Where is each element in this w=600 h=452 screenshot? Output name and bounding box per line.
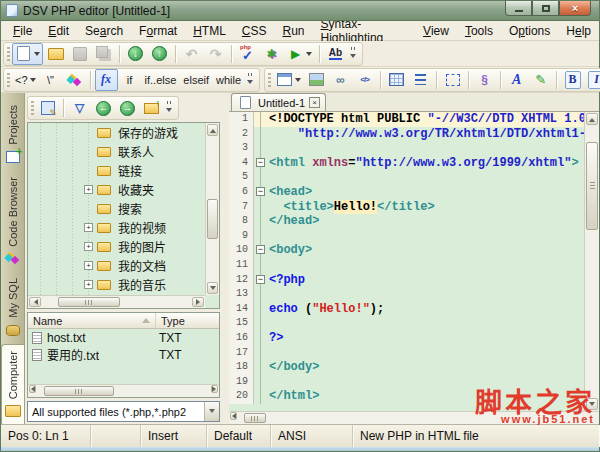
side-tab-projects[interactable]: Projects [1, 99, 24, 171]
column-header-name[interactable]: Name [28, 313, 156, 328]
tree-horizontal-scrollbar[interactable] [28, 295, 205, 308]
code-line-12[interactable]: 12−<?php [229, 273, 584, 288]
debug-button[interactable] [260, 43, 283, 65]
menu-options[interactable]: Options [501, 22, 558, 40]
code-line-7[interactable]: 7 <title>Hello!</title> [229, 200, 584, 215]
menu-help[interactable]: Help [558, 22, 599, 40]
code-line-1[interactable]: 1<!DOCTYPE html PUBLIC "-//W3C//DTD XHTM… [229, 112, 584, 127]
code-explorer-button[interactable] [63, 69, 86, 91]
snippet-elseif-button[interactable]: elseif [180, 69, 212, 91]
code-line-20[interactable]: 20</html> [229, 389, 584, 404]
tree-item-item[interactable]: 联系人 [28, 142, 205, 161]
folder-tree-viewport[interactable]: 保存的游戏联系人链接+收藏夹搜索+我的视频+我的图片+我的文档+我的音乐+下载+… [28, 123, 205, 295]
save-button[interactable] [68, 43, 91, 65]
put-to-server-button[interactable] [148, 43, 171, 65]
insert-list-button[interactable] [409, 69, 432, 91]
tree-vscroll-thumb[interactable] [207, 199, 218, 239]
italic-button[interactable] [585, 69, 600, 91]
menu-tools[interactable]: Tools [457, 22, 501, 40]
font-color-button[interactable] [505, 69, 528, 91]
code-line-3[interactable]: 3 [229, 141, 584, 156]
code-line-4[interactable]: 4−<html xmlns="http://www.w3.org/1999/xh… [229, 156, 584, 171]
code-editor[interactable]: 1<!DOCTYPE html PUBLIC "-//W3C//DTD XHTM… [229, 112, 599, 411]
maximize-button[interactable] [532, 1, 559, 16]
word-wrap-button[interactable] [324, 43, 347, 65]
snippet-while-button[interactable]: while [213, 69, 244, 91]
tree-item-item[interactable]: +我的视频 [28, 218, 205, 237]
insert-table-button[interactable] [385, 69, 408, 91]
tree-vertical-scrollbar[interactable] [205, 123, 219, 295]
insert-anchor-button[interactable] [473, 69, 496, 91]
filter-button[interactable] [68, 97, 91, 119]
php-syntax-check-button[interactable] [236, 43, 259, 65]
editor-hscroll-thumb[interactable] [244, 413, 266, 423]
new-file-button[interactable] [12, 43, 43, 65]
save-all-button[interactable] [92, 43, 115, 65]
dropdown-arrow-icon[interactable] [34, 52, 40, 59]
new-html-page-button[interactable] [273, 69, 304, 91]
close-button[interactable]: × [559, 1, 591, 16]
code-line-13[interactable]: 13 [229, 287, 584, 302]
editor-vscroll-thumb[interactable] [586, 142, 598, 230]
side-tab-computer[interactable]: Computer [1, 344, 24, 426]
file-list-hscroll-thumb[interactable] [44, 386, 114, 396]
scroll-down-button[interactable] [207, 282, 218, 294]
run-button[interactable] [284, 43, 315, 65]
code-line-9[interactable]: 9 [229, 229, 584, 244]
dropdown-arrow-icon[interactable] [306, 52, 312, 59]
menu-html[interactable]: HTML [185, 22, 234, 40]
insert-php-block-button[interactable]: <? [12, 69, 39, 91]
scroll-left-button[interactable] [29, 297, 41, 307]
fold-collapse-icon[interactable]: − [256, 275, 265, 284]
editor-tab-untitled-1[interactable]: Untitled-1 × [231, 93, 326, 111]
tree-item-item[interactable]: +我的图片 [28, 237, 205, 256]
menu-css[interactable]: CSS [234, 22, 275, 40]
undo-button[interactable] [180, 43, 203, 65]
toolbar-overflow-button[interactable] [164, 98, 175, 118]
insert-function-button[interactable] [95, 69, 118, 91]
code-line-19[interactable]: 19 [229, 375, 584, 390]
dropdown-arrow-icon[interactable] [30, 78, 36, 85]
expand-icon[interactable]: + [84, 223, 93, 232]
code-line-17[interactable]: 17 [229, 346, 584, 361]
menu-file[interactable]: File [5, 22, 40, 40]
insert-tag-button[interactable] [353, 69, 376, 91]
file-filter-combobox[interactable]: All supported files (*.php,*.php2 [27, 401, 220, 422]
bold-button[interactable] [561, 69, 584, 91]
tree-item-item[interactable]: 搜索 [28, 199, 205, 218]
code-line-5[interactable]: 5 [229, 170, 584, 185]
tab-close-icon[interactable]: × [309, 97, 320, 108]
code-line-10[interactable]: 10−<body> [229, 243, 584, 258]
expand-icon[interactable]: + [84, 185, 93, 194]
code-line-16[interactable]: 16?> [229, 331, 584, 346]
code-line-6[interactable]: 6−<head> [229, 185, 584, 200]
insert-image-button[interactable] [305, 69, 328, 91]
column-header-type[interactable]: Type [156, 313, 190, 328]
side-tab-my-sql[interactable]: My SQL [1, 272, 24, 344]
expand-icon[interactable]: + [84, 261, 93, 270]
tree-item-item[interactable]: +我的文档 [28, 256, 205, 275]
scroll-left-button[interactable] [29, 385, 36, 393]
menu-search[interactable]: Search [77, 22, 131, 40]
editor-horizontal-scrollbar[interactable] [229, 411, 599, 424]
escape-quotes-button[interactable]: \" [40, 69, 62, 91]
tree-item-item[interactable]: +收藏夹 [28, 180, 205, 199]
insert-div-button[interactable] [441, 69, 464, 91]
toolbar-overflow-button[interactable] [245, 70, 256, 90]
redo-button[interactable] [204, 43, 227, 65]
color-picker-button[interactable] [529, 69, 552, 91]
fold-collapse-icon[interactable]: − [256, 187, 265, 196]
scroll-up-button[interactable] [586, 113, 598, 125]
tree-hscroll-thumb[interactable] [58, 297, 120, 307]
fold-collapse-icon[interactable]: − [256, 158, 265, 167]
scroll-down-button[interactable] [586, 398, 598, 410]
scroll-up-button[interactable] [207, 124, 218, 136]
tree-item-item[interactable]: +我的音乐 [28, 275, 205, 294]
fold-collapse-icon[interactable]: − [256, 245, 265, 254]
snippet-if-else-button[interactable]: if..else [142, 69, 180, 91]
code-line-11[interactable]: 11 [229, 258, 584, 273]
insert-link-button[interactable] [329, 69, 352, 91]
expand-icon[interactable]: + [84, 242, 93, 251]
snippet-if-button[interactable]: if [119, 69, 141, 91]
minimize-button[interactable] [505, 1, 532, 16]
